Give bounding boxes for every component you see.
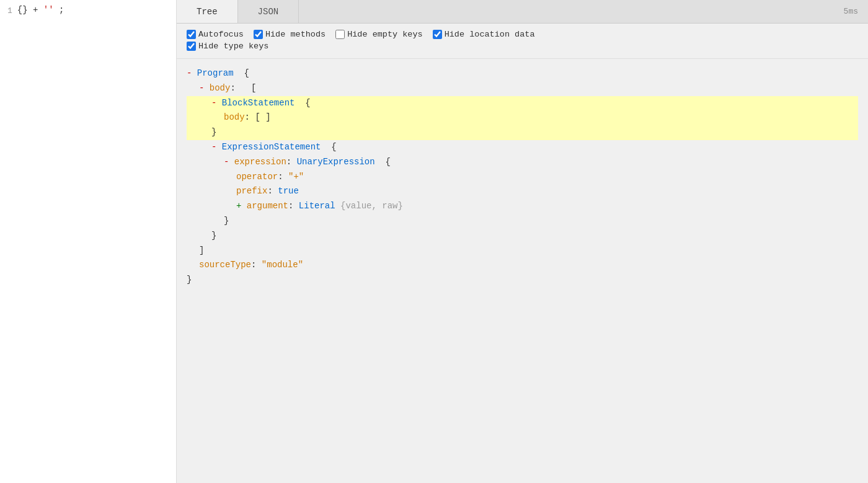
tab-tree[interactable]: Tree	[177, 0, 238, 23]
body-colon: : [	[230, 81, 256, 96]
tab-tree-label: Tree	[197, 7, 218, 17]
body-dash: -	[199, 81, 210, 96]
plus-operator: +	[33, 5, 43, 15]
checkbox-bar: Autofocus Hide methods Hide empty keys H…	[177, 24, 868, 59]
unary-expression-label[interactable]: UnaryExpression	[297, 155, 375, 170]
body-close-bracket: ]	[199, 244, 204, 259]
literal-props	[335, 199, 340, 214]
code-line: {} + '' ;	[17, 5, 64, 15]
program-line: - Program {	[187, 66, 858, 81]
argument-label: argument	[247, 199, 288, 214]
checkbox-hide-type-keys-label: Hide type keys	[198, 42, 268, 51]
tab-json[interactable]: JSON	[238, 0, 299, 23]
expr-stmt-brace: {	[321, 140, 336, 155]
code-editor: 1 {} + '' ;	[0, 0, 177, 483]
checkbox-hide-type-keys-input[interactable]	[187, 42, 196, 51]
literal-props-text: {value, raw}	[340, 199, 403, 214]
block-close-line: }	[187, 125, 853, 140]
empty-string: ''	[43, 5, 54, 15]
block-statement-highlight: - BlockStatement { body : [ ] }	[187, 96, 858, 140]
operator-line: operator : "+"	[187, 170, 858, 185]
checkbox-hide-methods-input[interactable]	[254, 30, 263, 39]
checkbox-row-1: Autofocus Hide methods Hide empty keys H…	[187, 30, 858, 39]
block-statement-line: - BlockStatement {	[187, 96, 853, 111]
source-type-colon: :	[251, 258, 262, 273]
right-panel: Tree JSON 5ms Autofocus Hide methods Hid…	[177, 0, 868, 483]
semicolon: ;	[59, 5, 64, 15]
tree-content: - Program { - body : [ - BlockStatement …	[177, 59, 868, 483]
tab-json-label: JSON	[258, 7, 279, 17]
checkbox-hide-type-keys[interactable]: Hide type keys	[187, 42, 268, 51]
argument-colon: :	[288, 199, 299, 214]
block-statement-brace: {	[294, 96, 310, 111]
body-close-line: ]	[187, 244, 858, 259]
checkbox-hide-empty-keys[interactable]: Hide empty keys	[335, 30, 423, 39]
checkbox-hide-location-data-input[interactable]	[433, 30, 442, 39]
program-label[interactable]: Program	[197, 66, 234, 81]
argument-plus: +	[236, 199, 247, 214]
block-statement-section: - BlockStatement { body : [ ] }	[187, 96, 858, 140]
operator-colon: :	[278, 170, 288, 185]
checkbox-hide-location-data-label: Hide location data	[445, 30, 535, 39]
expr-dash: -	[224, 155, 234, 170]
expr-stmt-dash: -	[211, 140, 222, 155]
program-dash: -	[187, 66, 197, 81]
tab-bar: Tree JSON 5ms	[177, 0, 868, 24]
body-label: body	[210, 81, 231, 96]
checkbox-hide-empty-keys-input[interactable]	[335, 30, 345, 39]
argument-line: + argument : Literal {value, raw}	[187, 199, 858, 214]
checkbox-autofocus[interactable]: Autofocus	[187, 30, 244, 39]
source-type-value: "module"	[262, 258, 303, 273]
expr-stmt-close-line: }	[187, 229, 858, 244]
source-type-label: sourceType	[199, 258, 251, 273]
prefix-label: prefix	[236, 184, 267, 199]
body-line: - body : [	[187, 81, 858, 96]
checkbox-autofocus-label: Autofocus	[198, 30, 244, 39]
checkbox-hide-methods[interactable]: Hide methods	[254, 30, 326, 39]
expression-statement-label[interactable]: ExpressionStatement	[222, 140, 321, 155]
expression-line: - expression : UnaryExpression {	[187, 155, 858, 170]
open-brace: {}	[17, 5, 28, 15]
program-brace: {	[234, 66, 249, 81]
literal-label[interactable]: Literal	[299, 199, 335, 214]
block-statement-label[interactable]: BlockStatement	[222, 96, 295, 111]
timer: 5ms	[844, 7, 858, 16]
prefix-colon: :	[267, 184, 278, 199]
operator-value: "+"	[288, 170, 304, 185]
program-close-line: }	[187, 273, 858, 288]
checkbox-row-2: Hide type keys	[187, 42, 858, 51]
expr-stmt-close-brace: }	[211, 229, 216, 244]
unary-close-brace: }	[224, 214, 229, 229]
block-body-line: body : [ ]	[187, 110, 853, 125]
prefix-line: prefix : true	[187, 184, 858, 199]
checkbox-hide-methods-label: Hide methods	[265, 30, 326, 39]
source-type-line: sourceType : "module"	[187, 258, 858, 273]
checkbox-autofocus-input[interactable]	[187, 30, 196, 39]
prefix-value: true	[278, 184, 299, 199]
block-close-brace: }	[211, 125, 216, 140]
expression-colon: :	[286, 155, 297, 170]
program-close-brace: }	[187, 273, 192, 288]
checkbox-hide-location-data[interactable]: Hide location data	[433, 30, 535, 39]
expression-label: expression	[234, 155, 286, 170]
unary-expr-brace: {	[375, 155, 391, 170]
expression-statement-line: - ExpressionStatement {	[187, 140, 858, 155]
checkbox-hide-empty-keys-label: Hide empty keys	[347, 30, 423, 39]
unary-close-line: }	[187, 214, 858, 229]
block-dash: -	[211, 96, 222, 111]
block-body-value: : [ ]	[245, 110, 271, 125]
line-number: 1	[7, 5, 12, 16]
block-body-label: body	[224, 110, 245, 125]
operator-label: operator	[236, 170, 278, 185]
